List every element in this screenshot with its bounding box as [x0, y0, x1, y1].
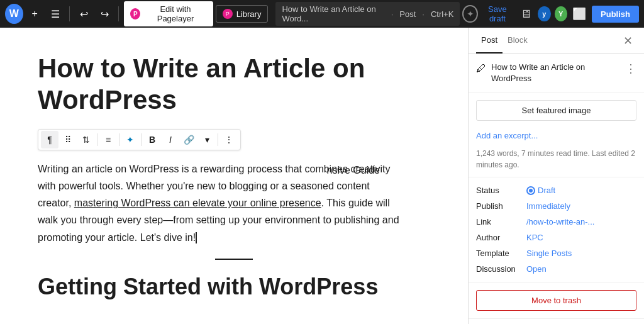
bold-button[interactable]: B [143, 131, 161, 148]
paragraph-type-button[interactable]: ¶ [41, 131, 58, 148]
redo-icon: ↪ [101, 8, 109, 20]
edit-with-pagelayer-button[interactable]: P Edit with Pagelayer [124, 1, 213, 26]
discussion-value[interactable]: Open [526, 264, 547, 274]
italic-icon: I [169, 135, 172, 145]
block-toolbar: ¶ ⠿ ⇅ ≡ ✦ B I 🔗 [38, 129, 241, 150]
yoast-seo-section[interactable]: Yoast SEO ∧ [469, 318, 644, 324]
article-link[interactable]: mastering WordPress can elevate your onl… [74, 198, 321, 208]
post-card-title: How to Write an Article on WordPress [491, 62, 620, 84]
library-icon: P [223, 9, 233, 19]
pagelayer-label: Edit with Pagelayer [144, 4, 206, 23]
template-row: Template Single Posts [476, 245, 636, 261]
ai-star-icon[interactable]: ✦ [462, 5, 477, 23]
main-layout: How to Write an Article on WordPress ¶ ⠿… [0, 28, 644, 324]
feather-icon: 🖊 [476, 63, 486, 74]
breadcrumb-separator: · [391, 9, 394, 19]
publish-value[interactable]: Immediately [526, 201, 570, 211]
author-row: Author KPC [476, 230, 636, 245]
tab-post[interactable]: Post [476, 28, 502, 53]
meta-section: Status Draft Publish Immediately Link /h… [469, 177, 644, 282]
more-options-button[interactable]: ⋮ [220, 131, 238, 148]
redo-button[interactable]: ↪ [96, 4, 114, 24]
more-formats-button[interactable]: ▾ [198, 131, 216, 148]
link-label: Link [476, 217, 526, 226]
editor-area[interactable]: How to Write an Article on WordPress ¶ ⠿… [0, 28, 468, 324]
toolbar-right: ✦ Save draft 🖥 y Y ⬜ Publish [462, 4, 639, 24]
tools-icon: ☰ [51, 8, 60, 20]
block-toolbar-sep-2 [119, 133, 119, 146]
paragraph-icon: ¶ [47, 135, 52, 145]
status-dot-icon [526, 186, 535, 195]
template-label: Template [476, 249, 526, 258]
publish-label: Publish [476, 201, 526, 211]
undo-icon: ↩ [80, 8, 88, 20]
set-featured-image-button[interactable]: Set featured image [476, 100, 636, 121]
dropdown-icon: ▾ [205, 135, 209, 145]
align-button[interactable]: ≡ [99, 131, 117, 148]
star-icon: ✦ [126, 135, 134, 145]
post-type: Post [399, 9, 416, 19]
bold-icon: B [149, 135, 155, 145]
more-icon: ⋮ [225, 135, 233, 145]
ai-enhance-button[interactable]: ✦ [121, 131, 139, 148]
drag-handle-button[interactable]: ⠿ [59, 131, 77, 148]
section-heading[interactable]: Getting Started with WordPress [38, 272, 402, 302]
sidebar-header: Post Block ✕ [469, 28, 644, 54]
link-row: Link /how-to-write-an-... [476, 214, 636, 230]
arrows-icon: ⇅ [82, 135, 90, 145]
italic-button[interactable]: I [162, 131, 179, 148]
post-breadcrumb[interactable]: How to Write an Article on Word... · Pos… [275, 2, 460, 26]
post-card: 🖊 How to Write an Article on WordPress ⋮ [469, 54, 644, 92]
toolbar-separator-1 [69, 6, 70, 21]
template-value[interactable]: Single Posts [526, 249, 572, 258]
avatar-g[interactable]: Y [555, 6, 567, 21]
pagelayer-icon: P [130, 8, 140, 20]
settings-panel-button[interactable]: ⬜ [571, 4, 588, 24]
library-label: Library [236, 9, 262, 19]
publish-row: Publish Immediately [476, 198, 636, 214]
word-count-text: 1,243 words, 7 minutes read time. Last e… [469, 145, 644, 177]
status-label: Status [476, 186, 526, 195]
tab-block[interactable]: Block [502, 28, 533, 53]
right-sidebar: Post Block ✕ 🖊 How to Write an Article o… [468, 28, 644, 324]
save-draft-button[interactable]: Save draft [482, 4, 513, 23]
post-card-more-button[interactable]: ⋮ [625, 62, 636, 75]
main-toolbar: W + ☰ ↩ ↪ P Edit with Pagelayer P Librar… [0, 0, 644, 28]
block-toolbar-sep-4 [218, 133, 218, 146]
guide-text-overlay: nsive Guide [327, 165, 380, 176]
align-icon: ≡ [106, 135, 111, 145]
avatar-p[interactable]: y [538, 6, 550, 21]
status-value[interactable]: Draft [526, 186, 555, 195]
wp-logo-icon[interactable]: W [5, 4, 23, 24]
link-icon: 🔗 [184, 135, 194, 145]
publish-button[interactable]: Publish [592, 6, 639, 23]
link-value[interactable]: /how-to-write-an-... [526, 217, 594, 226]
breadcrumb-separator-2: · [422, 9, 425, 19]
move-arrows-button[interactable]: ⇅ [77, 131, 95, 148]
library-button[interactable]: P Library [216, 5, 269, 23]
block-toolbar-sep-1 [97, 133, 97, 146]
section-divider [215, 259, 253, 260]
post-title-short: How to Write an Article on Word... [282, 4, 384, 23]
move-to-trash-button[interactable]: Move to trash [476, 290, 636, 311]
discussion-row: Discussion Open [476, 261, 636, 277]
link-button[interactable]: 🔗 [180, 131, 197, 148]
monitor-icon[interactable]: 🖥 [517, 4, 534, 24]
block-toolbar-sep-3 [141, 133, 142, 146]
article-title[interactable]: How to Write an Article on WordPress [38, 53, 402, 116]
toolbar-separator-2 [118, 6, 119, 21]
discussion-label: Discussion [476, 264, 526, 274]
tools-button[interactable]: ☰ [46, 4, 64, 24]
drag-icon: ⠿ [65, 135, 71, 145]
undo-button[interactable]: ↩ [75, 4, 93, 24]
keyboard-shortcut: Ctrl+K [431, 9, 453, 19]
add-excerpt-link[interactable]: Add an excerpt... [469, 128, 644, 145]
status-row: Status Draft [476, 182, 636, 198]
author-value[interactable]: KPC [526, 233, 543, 242]
author-label: Author [476, 233, 526, 242]
sidebar-close-button[interactable]: ✕ [619, 32, 636, 50]
add-block-button[interactable]: + [26, 4, 44, 24]
